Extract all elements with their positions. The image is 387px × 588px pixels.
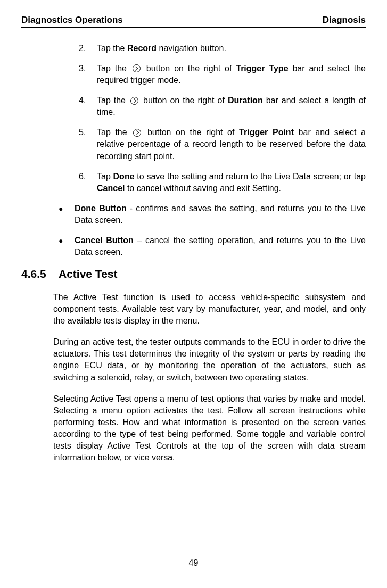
bold-text: Record [127, 44, 157, 53]
step-number: 5. [79, 127, 97, 162]
step-number: 6. [79, 171, 97, 194]
paragraph: During an active test, the tester output… [53, 336, 366, 383]
step-number: 3. [79, 63, 97, 86]
header-right: Diagnosis [323, 15, 366, 26]
step-6: 6. Tap Done to save the setting and retu… [53, 171, 366, 194]
text: Tap the [97, 64, 131, 73]
bullet-icon: ● [59, 235, 75, 258]
step-body: Tap the button on the right of Trigger T… [97, 63, 366, 86]
text: button on the right of [142, 64, 236, 73]
step-5: 5. Tap the button on the right of Trigge… [53, 127, 366, 162]
bullet-icon: ● [59, 203, 75, 226]
step-3: 3. Tap the button on the right of Trigge… [53, 63, 366, 86]
step-2: 2. Tap the Record navigation button. [53, 43, 366, 54]
bullet-cancel: ● Cancel Button – cancel the setting ope… [53, 235, 366, 258]
bullet-body: Cancel Button – cancel the setting opera… [75, 235, 366, 258]
bold-text: Cancel Button [75, 236, 134, 245]
step-number: 2. [79, 43, 97, 54]
text: Tap [97, 172, 113, 181]
text: to save the setting and return to the Li… [135, 172, 366, 181]
bullet-done: ● Done Button - confirms and saves the s… [53, 203, 366, 226]
step-body: Tap the Record navigation button. [97, 43, 366, 54]
bold-text: Done Button [75, 204, 127, 213]
dropdown-arrow-icon [133, 64, 141, 72]
section-title: Active Test [59, 267, 118, 282]
section-heading: 4.6.5 Active Test [21, 267, 366, 282]
text: Tap the [97, 128, 131, 137]
header-left: Diagnostics Operations [21, 15, 123, 26]
bullet-body: Done Button - confirms and saves the set… [75, 203, 366, 226]
text: Tap the [97, 96, 129, 105]
page-header: Diagnostics Operations Diagnosis [21, 15, 366, 28]
step-body: Tap the button on the right of Duration … [97, 95, 366, 118]
page-content: 2. Tap the Record navigation button. 3. … [21, 43, 366, 463]
text: button on the right of [143, 128, 239, 137]
bold-text: Duration [228, 96, 263, 105]
paragraph: The Active Test function is used to acce… [53, 292, 366, 327]
dropdown-arrow-icon [133, 129, 141, 137]
text: button on the right of [140, 96, 228, 105]
dropdown-arrow-icon [130, 97, 138, 105]
page-number: 49 [0, 558, 387, 568]
step-4: 4. Tap the button on the right of Durati… [53, 95, 366, 118]
step-body: Tap Done to save the setting and return … [97, 171, 366, 194]
text: to cancel without saving and exit Settin… [125, 184, 281, 193]
bold-text: Done [113, 172, 135, 181]
step-body: Tap the button on the right of Trigger P… [97, 127, 366, 162]
bold-text: Cancel [97, 184, 125, 193]
bold-text: Trigger Point [239, 128, 294, 137]
text: navigation button. [157, 44, 226, 53]
step-number: 4. [79, 95, 97, 118]
paragraph: Selecting Active Test opens a menu of te… [53, 393, 366, 463]
text: Tap the [97, 44, 127, 53]
section-number: 4.6.5 [21, 267, 59, 282]
bold-text: Trigger Type [236, 64, 288, 73]
